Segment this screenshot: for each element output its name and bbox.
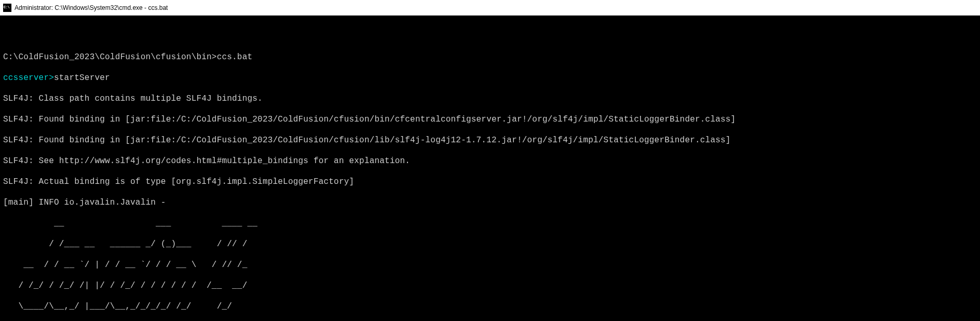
terminal-output[interactable]: C:\ColdFusion_2023\ColdFusion\cfusion\bi… bbox=[0, 16, 980, 321]
window-titlebar[interactable]: Administrator: C:\Windows\System32\cmd.e… bbox=[0, 0, 980, 16]
javalin-info-line: [main] INFO io.javalin.Javalin - bbox=[3, 197, 977, 208]
ascii-art-line-1: __ ___ ____ __ bbox=[3, 218, 977, 229]
slf4j-line-1: SLF4J: Class path contains multiple SLF4… bbox=[3, 93, 977, 104]
window-title: Administrator: C:\Windows\System32\cmd.e… bbox=[15, 4, 168, 11]
ascii-art-line-4: / /_/ / /_/ /| |/ / /_/ / / / / / / /__ … bbox=[3, 280, 977, 291]
ascii-art-line-2: / /___ __ ______ _/ (_)___ / // / bbox=[3, 239, 977, 249]
slf4j-line-2: SLF4J: Found binding in [jar:file:/C:/Co… bbox=[3, 114, 977, 125]
command-startserver: startServer bbox=[54, 73, 110, 83]
slf4j-line-5: SLF4J: Actual binding is of type [org.sl… bbox=[3, 177, 977, 187]
cmd-icon bbox=[3, 4, 11, 12]
prompt-command-line: ccsserver>startServer bbox=[3, 73, 977, 83]
slf4j-line-4: SLF4J: See http://www.slf4j.org/codes.ht… bbox=[3, 156, 977, 166]
prompt-1: ccsserver> bbox=[3, 73, 54, 83]
slf4j-line-3: SLF4J: Found binding in [jar:file:/C:/Co… bbox=[3, 135, 977, 145]
ascii-art-line-3: __ / / __ `/ | / / __ `/ / / __ \ / // /… bbox=[3, 260, 977, 270]
path-line: C:\ColdFusion_2023\ColdFusion\cfusion\bi… bbox=[3, 52, 977, 62]
ascii-art-line-5: \____/\__,_/ |___/\__,_/_/_/_/ /_/ /_/ bbox=[3, 301, 977, 312]
